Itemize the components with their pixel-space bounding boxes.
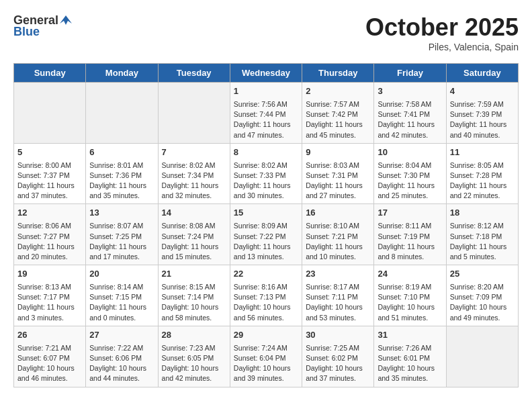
day-info-line: Sunrise: 7:23 AM [162,343,226,353]
day-number: 7 [162,146,226,159]
weekday-header-sunday: Sunday [14,64,86,83]
calendar-day-cell: 1Sunrise: 7:56 AMSunset: 7:44 PMDaylight… [230,83,302,144]
calendar-day-cell: 25Sunrise: 8:20 AMSunset: 7:09 PMDayligh… [446,265,518,326]
day-number: 29 [234,329,298,342]
calendar-day-cell: 4Sunrise: 7:59 AMSunset: 7:39 PMDaylight… [446,83,518,144]
calendar-day-cell: 19Sunrise: 8:13 AMSunset: 7:17 PMDayligh… [14,265,86,326]
day-info-line: Sunrise: 8:13 AM [17,282,82,292]
day-info-line: Sunset: 6:02 PM [306,353,370,363]
month-title: October 2025 [365,13,519,42]
day-info-line: Sunset: 7:10 PM [378,292,442,302]
day-number: 14 [162,207,226,220]
calendar-day-cell: 11Sunrise: 8:05 AMSunset: 7:28 PMDayligh… [446,143,518,204]
calendar-day-cell: 31Sunrise: 7:26 AMSunset: 6:01 PMDayligh… [374,326,446,387]
calendar-day-cell: 26Sunrise: 7:21 AMSunset: 6:07 PMDayligh… [14,326,86,387]
day-info-line: Sunrise: 7:24 AM [234,343,298,353]
calendar-week-row: 5Sunrise: 8:00 AMSunset: 7:37 PMDaylight… [14,143,519,204]
weekday-header-tuesday: Tuesday [158,64,230,83]
day-info-line: Sunset: 7:14 PM [162,292,226,302]
day-info-line: Sunrise: 8:02 AM [162,161,226,171]
day-number: 5 [17,146,82,159]
weekday-header-saturday: Saturday [446,64,518,83]
day-number: 11 [450,146,515,159]
day-info-line: Sunrise: 7:21 AM [17,343,82,353]
day-number: 8 [234,146,298,159]
day-info-line: Sunrise: 8:07 AM [89,221,154,231]
calendar-table: SundayMondayTuesdayWednesdayThursdayFrid… [13,63,519,387]
logo-bird-icon [60,14,72,26]
calendar-day-cell: 20Sunrise: 8:14 AMSunset: 7:15 PMDayligh… [86,265,158,326]
day-number: 21 [162,268,226,281]
day-number: 19 [17,268,82,281]
day-info-line: Sunrise: 8:15 AM [162,282,226,292]
day-info-line: Sunrise: 7:57 AM [306,99,370,109]
calendar-day-cell: 17Sunrise: 8:11 AMSunset: 7:19 PMDayligh… [374,204,446,265]
day-info-line: Sunset: 7:15 PM [89,292,154,302]
day-info-line: Daylight: 11 hours and 37 minutes. [17,181,82,201]
calendar-day-cell: 12Sunrise: 8:06 AMSunset: 7:27 PMDayligh… [14,204,86,265]
day-number: 15 [234,207,298,220]
day-info-line: Sunrise: 8:04 AM [378,161,442,171]
day-info-line: Sunrise: 8:08 AM [162,221,226,231]
day-info-line: Sunset: 7:09 PM [450,292,515,302]
location-subtitle: Piles, Valencia, Spain [365,42,519,52]
day-info-line: Daylight: 10 hours and 39 minutes. [234,363,298,383]
day-info-line: Daylight: 11 hours and 20 minutes. [17,242,82,262]
calendar-day-cell: 9Sunrise: 8:03 AMSunset: 7:31 PMDaylight… [302,143,374,204]
day-number: 18 [450,207,515,220]
day-info-line: Sunrise: 8:05 AM [450,161,515,171]
day-info-line: Daylight: 11 hours and 27 minutes. [306,181,370,201]
day-info-line: Sunset: 7:41 PM [378,109,442,120]
calendar-week-row: 1Sunrise: 7:56 AMSunset: 7:44 PMDaylight… [14,83,519,144]
day-info-line: Sunset: 7:13 PM [234,292,298,302]
day-info-line: Daylight: 10 hours and 46 minutes. [17,363,82,383]
day-info-line: Sunset: 7:28 PM [450,171,515,181]
calendar-day-cell: 8Sunrise: 8:02 AMSunset: 7:33 PMDaylight… [230,143,302,204]
weekday-header-thursday: Thursday [302,64,374,83]
day-info-line: Daylight: 11 hours and 35 minutes. [89,181,154,201]
day-number: 22 [234,268,298,281]
day-info-line: Sunset: 7:33 PM [234,171,298,181]
calendar-day-cell: 13Sunrise: 8:07 AMSunset: 7:25 PMDayligh… [86,204,158,265]
day-number: 24 [378,268,442,281]
calendar-day-cell: 10Sunrise: 8:04 AMSunset: 7:30 PMDayligh… [374,143,446,204]
day-info-line: Sunrise: 7:22 AM [89,343,154,353]
day-info-line: Daylight: 11 hours and 10 minutes. [306,242,370,262]
day-info-line: Daylight: 11 hours and 13 minutes. [234,242,298,262]
day-info-line: Daylight: 10 hours and 49 minutes. [450,302,515,322]
day-info-line: Sunrise: 8:11 AM [378,221,442,231]
day-info-line: Sunset: 6:07 PM [17,353,82,363]
day-info-line: Sunrise: 8:02 AM [234,161,298,171]
calendar-day-cell: 5Sunrise: 8:00 AMSunset: 7:37 PMDaylight… [14,143,86,204]
day-info-line: Daylight: 11 hours and 8 minutes. [378,242,442,262]
day-number: 3 [378,85,442,98]
day-info-line: Daylight: 10 hours and 44 minutes. [89,363,154,383]
day-info-line: Sunrise: 8:20 AM [450,282,515,292]
calendar-day-cell [14,83,86,144]
day-info-line: Daylight: 10 hours and 42 minutes. [162,363,226,383]
logo-blue-text: Blue [13,25,40,39]
day-info-line: Sunset: 7:11 PM [306,292,370,302]
calendar-day-cell: 30Sunrise: 7:25 AMSunset: 6:02 PMDayligh… [302,326,374,387]
weekday-header-monday: Monday [86,64,158,83]
day-number: 10 [378,146,442,159]
day-info-line: Daylight: 11 hours and 17 minutes. [89,242,154,262]
calendar-day-cell [86,83,158,144]
day-info-line: Sunset: 6:04 PM [234,353,298,363]
day-info-line: Daylight: 11 hours and 40 minutes. [450,120,515,140]
day-number: 20 [89,268,154,281]
day-info-line: Sunset: 7:44 PM [234,109,298,120]
day-info-line: Sunrise: 7:56 AM [234,99,298,109]
calendar-day-cell [158,83,230,144]
day-info-line: Sunrise: 8:17 AM [306,282,370,292]
day-info-line: Sunrise: 8:10 AM [306,221,370,231]
day-info-line: Sunset: 7:17 PM [17,292,82,302]
day-info-line: Daylight: 11 hours and 30 minutes. [234,181,298,201]
calendar-day-cell: 22Sunrise: 8:16 AMSunset: 7:13 PMDayligh… [230,265,302,326]
day-number: 30 [306,329,370,342]
day-info-line: Daylight: 11 hours and 0 minutes. [89,302,154,322]
day-info-line: Daylight: 11 hours and 3 minutes. [17,302,82,322]
day-number: 6 [89,146,154,159]
calendar-day-cell: 6Sunrise: 8:01 AMSunset: 7:36 PMDaylight… [86,143,158,204]
day-number: 4 [450,85,515,98]
